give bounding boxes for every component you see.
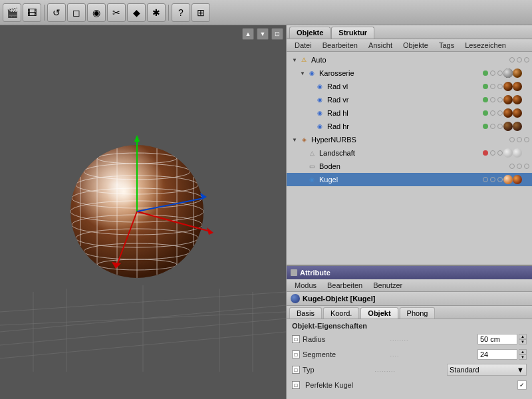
list-item[interactable]: ▭ Boden bbox=[287, 160, 532, 173]
obj-name-radhl: Rad hl bbox=[327, 109, 483, 117]
tool-cut[interactable]: ✂ bbox=[107, 3, 126, 22]
attr-object-title: Kugel-Objekt [Kugel] bbox=[287, 292, 532, 306]
svg-point-50 bbox=[513, 148, 522, 158]
attr-menu-benutzer[interactable]: Benutzer bbox=[368, 280, 408, 291]
rad-icon: ◉ bbox=[315, 121, 325, 132]
material-balls bbox=[503, 68, 529, 78]
attr-object-name: Kugel-Objekt [Kugel] bbox=[303, 295, 375, 303]
svg-point-48 bbox=[513, 122, 522, 131]
attribute-panel: Attribute Modus Bearbeiten Benutzer Kuge… bbox=[287, 266, 532, 399]
attr-row-perfekte-kugel: □ Perfekte Kugel ✓ bbox=[292, 378, 527, 392]
menu-lesezeichen[interactable]: Lesezeichen bbox=[460, 40, 511, 51]
attr-menu-bearbeiten[interactable]: Bearbeiten bbox=[322, 280, 368, 291]
attr-menu-modus[interactable]: Modus bbox=[289, 280, 322, 291]
kugel-icon: ◉ bbox=[307, 174, 317, 185]
attr-header: Attribute bbox=[287, 266, 532, 279]
list-item[interactable]: ▼ ◈ HyperNURBS bbox=[287, 133, 532, 146]
expand-arrow[interactable]: ▼ bbox=[292, 57, 299, 63]
tool-star[interactable]: ✱ bbox=[147, 3, 166, 22]
list-item[interactable]: ◉ Rad hl bbox=[287, 106, 532, 120]
obj-name-boden: Boden bbox=[319, 162, 509, 170]
objects-menubar: Datei Bearbeiten Ansicht Objekte Tags Le… bbox=[287, 39, 532, 52]
svg-line-2 bbox=[0, 332, 286, 358]
list-item[interactable]: ◉ Rad vr bbox=[287, 93, 532, 106]
tool-rotate[interactable]: ↺ bbox=[47, 3, 66, 22]
auto-icon: ⚠ bbox=[299, 55, 309, 65]
nav-down[interactable]: ▼ bbox=[257, 28, 269, 40]
perfekte-outer-checkbox[interactable]: □ bbox=[292, 381, 300, 389]
tab-koord[interactable]: Koord. bbox=[323, 307, 359, 319]
list-item[interactable]: ▼ ⚠ Auto bbox=[287, 53, 532, 66]
obj-name-auto: Auto bbox=[311, 56, 509, 64]
attr-section-title: Objekt-Eigenschaften bbox=[292, 322, 527, 330]
attr-panel-icon bbox=[291, 269, 297, 276]
objects-tabs-bar: Objekte Struktur bbox=[287, 25, 532, 39]
perfekte-checkbox[interactable]: ✓ bbox=[517, 380, 527, 390]
attr-row-typ: □ Typ ......... Standard ▼ bbox=[292, 363, 527, 376]
kugel-small-icon bbox=[291, 294, 300, 303]
list-item[interactable]: △ Landschaft bbox=[287, 146, 532, 160]
svg-line-9 bbox=[0, 312, 286, 325]
segmente-spin-up[interactable]: ▲ bbox=[519, 349, 527, 354]
svg-line-1 bbox=[0, 319, 286, 345]
tool-sphere2[interactable]: ◉ bbox=[87, 3, 106, 22]
viewport[interactable]: ▲ ▼ ⊡ bbox=[0, 25, 286, 399]
tool-frames[interactable]: 🎞 bbox=[23, 3, 41, 22]
list-item[interactable]: ◉ Rad hr bbox=[287, 120, 532, 133]
menu-bearbeiten[interactable]: Bearbeiten bbox=[317, 40, 363, 51]
right-panel: Objekte Struktur Datei Bearbeiten Ansich… bbox=[286, 25, 532, 399]
radius-checkbox[interactable]: □ bbox=[292, 335, 300, 343]
nav-up[interactable]: ▲ bbox=[242, 28, 254, 40]
menu-tags[interactable]: Tags bbox=[434, 40, 460, 51]
expand-arrow[interactable]: ▼ bbox=[300, 70, 307, 76]
svg-line-8 bbox=[0, 292, 286, 312]
list-item[interactable]: ▼ ◉ Karosserie bbox=[287, 66, 532, 80]
typ-value: Standard bbox=[450, 366, 479, 374]
tab-basis[interactable]: Basis bbox=[289, 307, 322, 319]
tool-box[interactable]: ◻ bbox=[67, 3, 86, 22]
radius-spinner[interactable]: ▲ ▼ bbox=[519, 334, 527, 344]
tool-film[interactable]: 🎬 bbox=[3, 3, 21, 22]
typ-checkbox[interactable]: □ bbox=[292, 366, 300, 374]
3d-sphere[interactable] bbox=[57, 132, 217, 293]
svg-marker-30 bbox=[134, 135, 140, 142]
svg-point-39 bbox=[513, 68, 522, 78]
segmente-spin-down[interactable]: ▼ bbox=[519, 354, 527, 360]
svg-point-43 bbox=[503, 95, 513, 104]
segmente-input[interactable] bbox=[477, 349, 517, 360]
objects-panel: Objekte Struktur Datei Bearbeiten Ansich… bbox=[287, 25, 532, 266]
segmente-checkbox[interactable]: □ bbox=[292, 350, 300, 358]
segmente-label: Segmente bbox=[303, 350, 390, 358]
main-area: ▲ ▼ ⊡ Objekte Struktur Datei Bearbeiten … bbox=[0, 25, 532, 399]
rad-icon: ◉ bbox=[315, 94, 325, 105]
typ-dropdown[interactable]: Standard ▼ bbox=[447, 364, 527, 376]
tab-struktur[interactable]: Struktur bbox=[331, 27, 374, 39]
rad-icon: ◉ bbox=[315, 108, 325, 118]
karosserie-icon: ◉ bbox=[307, 68, 317, 78]
tab-objekte[interactable]: Objekte bbox=[289, 27, 331, 39]
segmente-spinner[interactable]: ▲ ▼ bbox=[519, 349, 527, 360]
obj-name-kugel: Kugel bbox=[319, 176, 483, 184]
tool-diamond[interactable]: ◆ bbox=[127, 3, 146, 22]
menu-ansicht[interactable]: Ansicht bbox=[363, 40, 398, 51]
segmente-value-box: ▲ ▼ bbox=[477, 349, 527, 360]
radius-spin-up[interactable]: ▲ bbox=[519, 334, 527, 339]
tab-objekt[interactable]: Objekt bbox=[360, 307, 398, 319]
radius-dots: ........ bbox=[390, 336, 478, 342]
nav-expand[interactable]: ⊡ bbox=[271, 28, 283, 40]
expand-arrow[interactable]: ▼ bbox=[292, 137, 299, 143]
radius-input[interactable] bbox=[477, 334, 517, 344]
svg-point-45 bbox=[503, 108, 513, 118]
tool-grid[interactable]: ⊞ bbox=[192, 3, 210, 22]
menu-objekte[interactable]: Objekte bbox=[398, 40, 434, 51]
obj-name-radvr: Rad vr bbox=[327, 96, 483, 104]
menu-datei[interactable]: Datei bbox=[289, 40, 317, 51]
separator-1 bbox=[44, 5, 45, 21]
list-item[interactable]: ◉ Rad vl bbox=[287, 80, 532, 93]
tool-help[interactable]: ? bbox=[172, 3, 190, 22]
list-item-kugel[interactable]: ◉ Kugel bbox=[287, 173, 532, 186]
radius-spin-down[interactable]: ▼ bbox=[519, 339, 527, 344]
svg-point-40 bbox=[503, 68, 513, 78]
tab-phong[interactable]: Phong bbox=[400, 307, 436, 319]
obj-name-radhr: Rad hr bbox=[327, 122, 483, 130]
